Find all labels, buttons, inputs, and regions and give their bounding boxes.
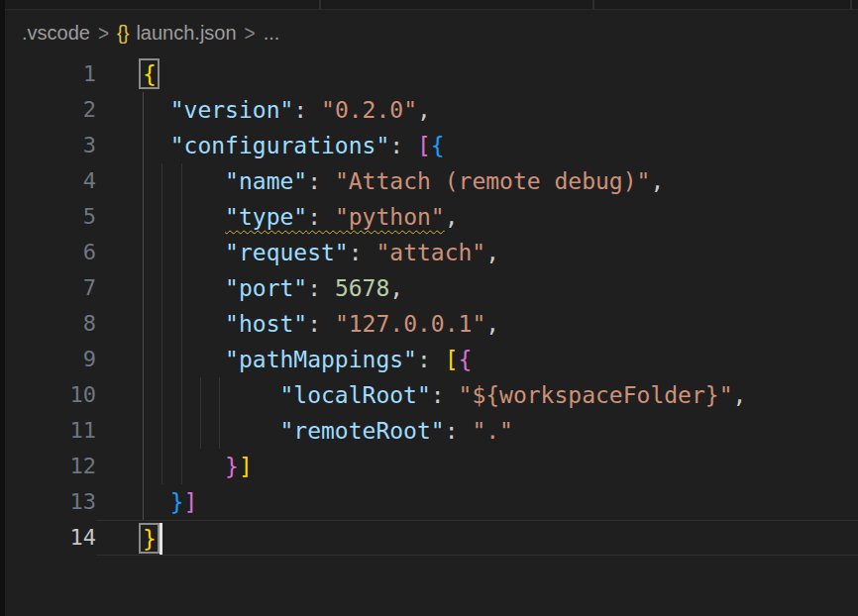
line-number[interactable]: 12 xyxy=(0,449,96,484)
code-token: , xyxy=(485,311,499,337)
line-number[interactable]: 7 xyxy=(0,270,96,306)
code-text: "remoteRoot": "." xyxy=(96,413,858,449)
line-number[interactable]: 11 xyxy=(0,413,96,449)
code-token xyxy=(321,275,335,301)
line-number[interactable]: 10 xyxy=(0,377,96,413)
code-token: "configurations" xyxy=(170,133,390,158)
code-token xyxy=(143,311,225,337)
code-line[interactable]: 11 "remoteRoot": "." xyxy=(0,413,858,449)
code-text: }] xyxy=(96,449,858,484)
bracket-match-highlight: } xyxy=(143,526,157,552)
code-token: { xyxy=(431,133,445,158)
code-token xyxy=(143,275,225,301)
code-token: : xyxy=(307,168,321,194)
code-line[interactable]: 13 }] xyxy=(0,484,858,520)
code-token: "remoteRoot" xyxy=(279,418,444,444)
code-line[interactable]: 7 "port": 5678, xyxy=(0,270,858,306)
code-line[interactable]: 3 "configurations": [{ xyxy=(0,128,858,163)
code-text: "version": "0.2.0", xyxy=(96,92,858,128)
breadcrumb: .vscode>{}launch.json>... xyxy=(0,11,858,55)
chevron-right-icon: > xyxy=(245,21,256,46)
code-line-content[interactable]: "name": "Attach (remote debug)", xyxy=(96,163,858,199)
code-line[interactable]: 6 "request": "attach", xyxy=(0,235,858,270)
code-text: "type": "python", xyxy=(96,199,858,235)
code-line[interactable]: 2 "version": "0.2.0", xyxy=(0,92,858,128)
code-token: } xyxy=(170,489,184,515)
breadcrumb-item-launch-json[interactable]: {}launch.json xyxy=(117,22,237,45)
code-line-content[interactable]: "remoteRoot": "." xyxy=(96,413,858,449)
code-token: ] xyxy=(239,454,253,479)
line-number[interactable]: 5 xyxy=(0,199,96,235)
code-token: , xyxy=(417,97,431,123)
code-line-content[interactable]: "version": "0.2.0", xyxy=(96,92,858,128)
code-token: [ xyxy=(417,133,431,158)
code-line-content[interactable]: "localRoot": "${workspaceFolder}", xyxy=(96,377,858,413)
code-token xyxy=(431,347,445,372)
code-line[interactable]: 4 "name": "Attach (remote debug)", xyxy=(0,163,858,199)
code-token: "0.2.0" xyxy=(321,97,417,123)
code-line[interactable]: 14} xyxy=(0,520,858,556)
code-token xyxy=(143,97,170,123)
code-token xyxy=(321,204,335,230)
line-number[interactable]: 1 xyxy=(0,56,96,92)
code-token: "." xyxy=(472,418,513,444)
code-line[interactable]: 10 "localRoot": "${workspaceFolder}", xyxy=(0,377,858,413)
code-line-content[interactable]: }] xyxy=(96,484,858,520)
code-text: "pathMappings": [{ xyxy=(96,342,858,377)
editor-tab-strip[interactable] xyxy=(0,0,858,10)
code-line-content[interactable]: "request": "attach", xyxy=(96,235,858,270)
code-token xyxy=(321,168,335,194)
code-line-content[interactable]: "host": "127.0.0.1", xyxy=(96,306,858,342)
tab-separator xyxy=(319,0,321,9)
code-token: : xyxy=(349,240,363,265)
code-line-content[interactable]: { xyxy=(96,56,858,92)
line-number[interactable]: 8 xyxy=(0,306,96,342)
code-token: : xyxy=(307,275,321,301)
line-number[interactable]: 9 xyxy=(0,342,96,377)
code-token xyxy=(403,133,417,158)
code-text: { xyxy=(96,56,858,92)
code-text: } xyxy=(96,521,858,557)
code-token: : xyxy=(389,133,403,158)
code-token: } xyxy=(225,454,239,479)
code-line-content[interactable]: "configurations": [{ xyxy=(96,128,858,163)
code-line[interactable]: 1{ xyxy=(0,56,858,92)
code-token xyxy=(445,382,459,408)
breadcrumb-label: .vscode xyxy=(22,22,90,45)
text-cursor xyxy=(160,523,162,555)
code-line-content[interactable]: "pathMappings": [{ xyxy=(96,342,858,377)
tab-separator xyxy=(592,0,594,9)
code-token: ] xyxy=(184,489,198,515)
code-token: : xyxy=(431,382,445,408)
code-token: 5678 xyxy=(335,275,389,301)
code-line-content[interactable]: }] xyxy=(96,449,858,484)
line-number[interactable]: 14 xyxy=(0,520,96,556)
line-number[interactable]: 13 xyxy=(0,484,96,520)
breadcrumb-item--vscode[interactable]: .vscode xyxy=(22,22,90,45)
code-line-content[interactable]: "port": 5678, xyxy=(96,270,858,306)
code-line[interactable]: 8 "host": "127.0.0.1", xyxy=(0,306,858,342)
code-text: }] xyxy=(96,484,858,520)
breadcrumb-label: ... xyxy=(264,22,280,45)
code-token: { xyxy=(459,347,473,372)
code-token xyxy=(143,347,225,372)
breadcrumb-item--[interactable]: ... xyxy=(264,22,280,45)
line-number[interactable]: 2 xyxy=(0,92,96,128)
code-text: "name": "Attach (remote debug)", xyxy=(96,163,858,199)
current-line-highlight[interactable]: } xyxy=(96,520,858,556)
code-token: "attach" xyxy=(375,240,485,265)
code-text: "host": "127.0.0.1", xyxy=(96,306,858,342)
code-token xyxy=(459,418,473,444)
code-line-content[interactable]: "type": "python", xyxy=(96,199,858,235)
line-number[interactable]: 3 xyxy=(0,128,96,163)
code-token: "version" xyxy=(170,97,294,123)
line-number[interactable]: 6 xyxy=(0,235,96,270)
editor-pane[interactable]: 1{2 "version": "0.2.0",3 "configurations… xyxy=(0,56,858,556)
code-token xyxy=(321,311,335,337)
code-line[interactable]: 9 "pathMappings": [{ xyxy=(0,342,858,377)
line-number[interactable]: 4 xyxy=(0,163,96,199)
code-line[interactable]: 5 "type": "python", xyxy=(0,199,858,235)
code-token xyxy=(143,204,225,230)
vscode-editor-window: .vscode>{}launch.json>... 1{2 "version":… xyxy=(0,0,858,616)
code-line[interactable]: 12 }] xyxy=(0,449,858,484)
